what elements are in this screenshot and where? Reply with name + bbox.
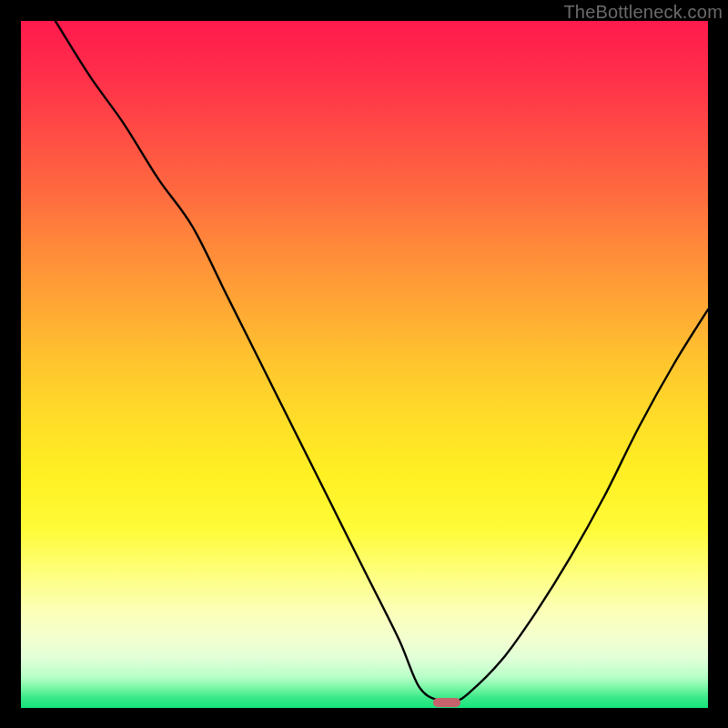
chart-frame: TheBottleneck.com: [0, 0, 728, 728]
bottleneck-curve: [21, 21, 708, 708]
plot-area: [21, 21, 708, 708]
watermark-text: TheBottleneck.com: [563, 2, 723, 23]
optimal-marker: [433, 698, 460, 707]
